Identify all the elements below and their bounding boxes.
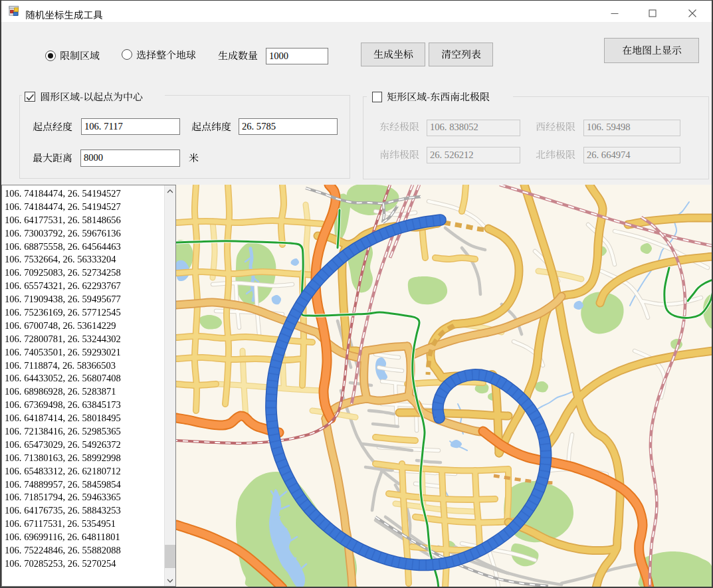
north-limit-input[interactable]: 26. 664974 <box>583 147 681 163</box>
meter-label: 米 <box>189 153 199 163</box>
lat-label: 起点纬度 <box>191 122 231 132</box>
coordinate-list: 106. 74184474, 26. 54194527106. 74184474… <box>3 187 164 586</box>
close-button[interactable]: 关闭 <box>677 1 708 21</box>
list-item[interactable]: 106. 65483312, 26. 62180712 <box>3 464 164 478</box>
map-panel[interactable] <box>176 185 713 588</box>
dist-input[interactable]: 8000 <box>80 149 179 167</box>
list-item[interactable]: 106. 68986928, 26. 5283871 <box>3 385 164 398</box>
north-limit-label: 北纬极限 <box>536 149 575 159</box>
rect-region-group <box>363 96 709 179</box>
lon-label: 起点经度 <box>33 122 72 132</box>
list-item[interactable]: 106. 74053501, 26. 59293021 <box>3 345 164 359</box>
list-item[interactable]: 106. 7118874, 26. 58366503 <box>3 359 164 372</box>
west-limit-input[interactable]: 106. 59498 <box>583 120 681 136</box>
list-item[interactable]: 106. 71909438, 26. 59495677 <box>3 292 164 306</box>
list-item[interactable]: 106. 65473029, 26. 54926372 <box>3 438 164 451</box>
radio-whole-earth[interactable] <box>122 49 132 60</box>
window-title-text: 随机坐标生成工具 <box>25 10 103 20</box>
generate-button-label: 生成坐标 <box>373 49 413 59</box>
list-item[interactable]: 106. 7532664, 26. 56333204 <box>3 252 164 266</box>
west-limit-label: 西经极限 <box>536 122 575 132</box>
map-canvas[interactable] <box>176 185 713 588</box>
list-item[interactable]: 106. 74889957, 26. 58459854 <box>3 478 164 491</box>
list-item[interactable]: 106. 6700748, 26. 53614229 <box>3 319 164 332</box>
list-item[interactable]: 106. 72138416, 26. 52985365 <box>3 425 164 438</box>
list-item[interactable]: 106. 64433052, 26. 56807408 <box>3 371 164 385</box>
show-on-map-button[interactable]: 在地图上显示 <box>604 38 699 63</box>
circle-region-checkbox[interactable] <box>25 92 35 102</box>
list-item[interactable]: 106. 72800781, 26. 53244302 <box>3 332 164 345</box>
count-label: 生成数量 <box>218 50 258 60</box>
generate-button[interactable]: 生成坐标 <box>361 43 425 66</box>
list-item[interactable]: 106. 73003792, 26. 59676136 <box>3 227 164 240</box>
list-item[interactable]: 106. 67117531, 26. 5354951 <box>3 517 164 530</box>
list-item[interactable]: 106. 67369498, 26. 63845173 <box>3 398 164 411</box>
clear-button[interactable]: 清空列表 <box>429 43 493 66</box>
list-item[interactable]: 106. 74184474, 26. 54194527 <box>3 200 164 213</box>
list-scrollbar[interactable] <box>164 185 175 586</box>
list-item[interactable]: 106. 65574321, 26. 62293767 <box>3 279 164 292</box>
application-window: { "window": { "title": "随机坐标生成工具", "mini… <box>0 0 713 588</box>
south-limit-label: 南纬极限 <box>379 149 419 159</box>
list-item[interactable]: 106. 75236169, 26. 57712545 <box>3 306 164 319</box>
app-icon <box>9 5 21 17</box>
south-limit-input[interactable]: 26. 526212 <box>427 147 520 163</box>
dist-label: 最大距离 <box>33 153 72 163</box>
lon-input[interactable]: 106. 7117 <box>81 118 180 136</box>
list-item[interactable]: 106. 71380163, 26. 58992998 <box>3 451 164 464</box>
clear-button-label: 清空列表 <box>441 49 481 59</box>
lat-input[interactable]: 26. 5785 <box>239 118 338 136</box>
rect-group-title[interactable]: 矩形区域-东西南北极限 <box>387 92 490 102</box>
list-item[interactable]: 106. 68875558, 26. 64564463 <box>3 240 164 253</box>
show-on-map-button-label: 在地图上显示 <box>622 45 682 55</box>
radio-dot <box>48 53 53 58</box>
scroll-up-icon <box>167 189 173 193</box>
circle-region-group <box>19 95 350 179</box>
scroll-down-button[interactable] <box>165 575 175 586</box>
list-item[interactable]: 106. 64176735, 26. 58843253 <box>3 504 164 517</box>
list-item[interactable]: 106. 70925083, 26. 52734258 <box>3 266 164 279</box>
east-limit-input[interactable]: 106. 838052 <box>427 120 520 136</box>
radio-limit-area-label[interactable]: 限制区域 <box>60 50 100 60</box>
scrollbar-thumb[interactable] <box>165 545 175 568</box>
list-item[interactable]: 106. 74184474, 26. 54194527 <box>3 187 164 200</box>
rect-region-checkbox[interactable] <box>372 92 383 102</box>
list-item[interactable]: 106. 69699116, 26. 64811801 <box>3 530 164 543</box>
maximize-button[interactable]: 最大化 <box>637 1 668 21</box>
minimize-icon <box>611 9 619 17</box>
list-item[interactable]: 106. 70285253, 26. 5270254 <box>3 557 164 570</box>
scroll-down-icon <box>167 579 173 583</box>
list-item[interactable]: 106. 64187414, 26. 58018495 <box>3 411 164 425</box>
list-item[interactable]: 106. 71851794, 26. 59463365 <box>3 490 164 504</box>
radio-whole-earth-label[interactable]: 选择整个地球 <box>136 50 196 60</box>
maximize-icon <box>649 9 657 17</box>
radio-limit-area[interactable] <box>45 50 56 61</box>
minimize-button[interactable]: 最小化 <box>599 1 630 21</box>
check-icon <box>25 92 36 103</box>
scroll-up-button[interactable] <box>165 185 175 197</box>
list-item[interactable]: 106. 64177531, 26. 58148656 <box>3 213 164 227</box>
circle-group-title[interactable]: 圆形区域-以起点为中心 <box>40 92 143 102</box>
coordinate-listbox[interactable]: 106. 74184474, 26. 54194527106. 74184474… <box>1 185 176 587</box>
east-limit-label: 东经极限 <box>379 122 419 132</box>
list-item[interactable]: 106. 75224846, 26. 55882088 <box>3 543 164 557</box>
count-input[interactable]: 1000 <box>266 48 329 64</box>
close-icon <box>688 9 697 18</box>
